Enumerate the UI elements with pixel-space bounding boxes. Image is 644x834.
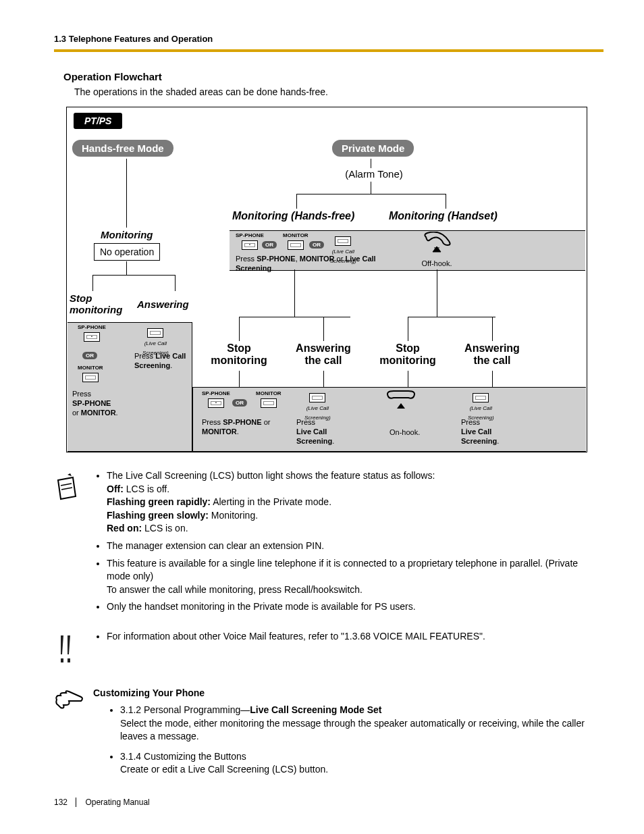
flowchart: PT/PS Hands-free Mode Private Mode (Alar… [66,107,587,452]
monitor-btn-left: MONITOR [78,365,103,382]
page-number: 132 [54,798,76,807]
stop-mon-col3: Stop monitoring [367,342,448,366]
cust-item-1: 3.1.2 Personal Programming—Live Call Scr… [120,704,603,744]
footer: 132 Operating Manual [54,798,150,807]
lcs-btn-b2: (Live Call Screening) [304,392,331,421]
svg-line-0 [61,484,72,486]
answering-col3: Answering the call [452,342,533,366]
stop-mon-col2: Stop monitoring [198,342,279,366]
gold-rule [54,49,603,52]
info-section: For information about other Voice Mail f… [54,630,603,667]
answering-left: Answering [137,298,189,310]
ptps-tag: PT/PS [74,113,122,129]
monitoring-hs-heading: Monitoring (Handset) [389,210,498,222]
info-bullet: For information about other Voice Mail f… [107,630,485,644]
handsfree-mode-label: Hands-free Mode [72,140,173,157]
press-lcs-b4: PressLive CallScreening. [461,418,515,446]
monitoring-hf-heading: Monitoring (Hands-free) [232,210,354,222]
customizing-title: Customizing Your Phone [93,687,603,698]
press-spm-b1: Press SP-PHONE orMONITOR. [202,418,283,437]
alarm-tone: (Alarm Tone) [337,168,411,180]
press-spm-left: PressSP-PHONEor MONITOR. [72,390,126,417]
note-3: This feature is available for a single l… [107,557,603,597]
customizing-section: Customizing Your Phone 3.1.2 Personal Pr… [54,687,603,783]
spphone-btn-left: SP-PHONE [78,325,106,342]
offhook-icon [421,232,453,259]
no-operation-box: No operation [94,243,160,261]
private-mode-label: Private Mode [332,140,414,157]
manual-name: Operating Manual [85,798,149,807]
or-pill-left: OR [82,350,97,360]
monitor-btn-b1: MONITOR [256,391,281,408]
cust-item-2: 3.1.4 Customizing the Buttons Create or … [120,750,603,777]
answering-col2: Answering the call [283,342,364,366]
note-4: Only the handset monitoring in the Priva… [107,600,603,614]
exclaim-icon [54,630,81,667]
stop-monitoring-left: Stop monitoring [70,293,122,315]
spphone-btn-b1: SP-PHONE [202,391,230,408]
monitoring-label: Monitoring [101,229,153,240]
onhook-label: On-hook. [390,428,420,438]
page-title: Operation Flowchart [63,71,603,82]
or-pill-b1: OR [232,398,247,407]
hand-point-icon [54,687,81,783]
offhook-label: Off-hook. [417,259,457,269]
note-1: The Live Call Screening (LCS) button lig… [107,469,603,536]
spphone-btn-1: SP-PHONE [236,233,264,250]
section-header: 1.3 Telephone Features and Operation [54,34,603,44]
note-2: The manager extension can clear an exten… [107,540,603,553]
onhook-icon [384,390,418,413]
press-lcs-b2: PressLive CallScreening. [296,418,350,446]
or-pill-2: OR [309,240,324,249]
svg-line-1 [61,488,72,490]
press-three-instr: Press SP-PHONE, MONITOR or Live Call Scr… [236,255,377,273]
press-lcs-left: Press Live Call Screening. [134,352,192,371]
notepad-icon [54,469,81,618]
lcs-btn-b4: (Live Call Screening) [468,392,494,421]
intro-text: The operations in the shaded areas can b… [74,86,603,97]
notes-section: The Live Call Screening (LCS) button lig… [54,469,603,618]
monitor-btn-1: MONITOR [283,233,308,250]
or-pill-1: OR [262,240,277,249]
